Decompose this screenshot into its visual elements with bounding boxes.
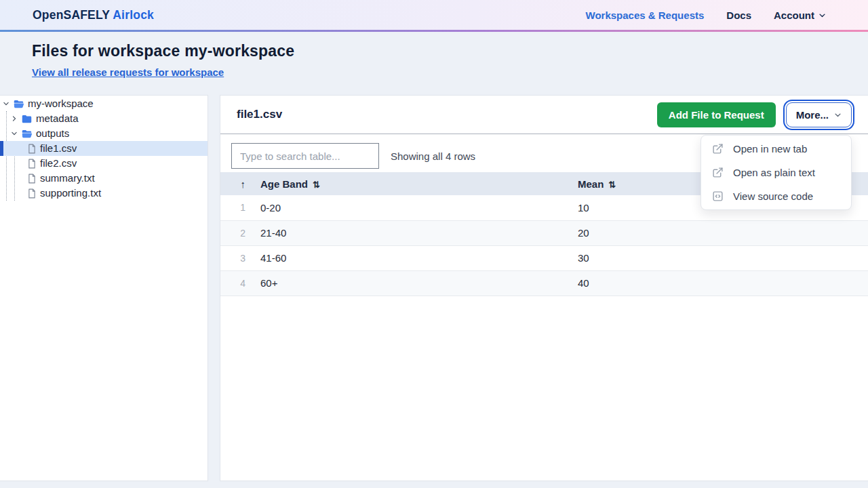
folder-open-icon (14, 100, 24, 108)
navbar: OpenSAFELY Airlock Workspaces & Requests… (0, 0, 868, 30)
tree-item-summary-txt[interactable]: summary.txt (0, 171, 208, 186)
column-label: Age Band (260, 178, 308, 190)
row-number-header[interactable]: ↑ (220, 172, 252, 195)
menu-item-label: Open as plain text (733, 167, 815, 178)
row-number: 3 (220, 245, 252, 270)
tree-item-label: metadata (36, 111, 79, 126)
table-row: 3 41-60 30 (220, 245, 868, 270)
airlock-app: OpenSAFELY Airlock Workspaces & Requests… (0, 0, 868, 488)
page-title: Files for workspace my-workspace (32, 42, 836, 60)
cell-mean: 20 (578, 220, 868, 245)
cell-age-band: 41-60 (252, 245, 578, 270)
menu-item-label: Open in new tab (733, 143, 807, 155)
cell-age-band: 21-40 (252, 220, 578, 245)
external-link-icon (712, 167, 724, 178)
column-label: Mean (578, 178, 604, 190)
tree-item-supporting-txt[interactable]: supporting.txt (0, 186, 208, 201)
chevron-down-icon (834, 111, 842, 119)
chevron-down-icon[interactable] (2, 100, 9, 108)
sort-toggle-icon: ⇅ (608, 180, 616, 190)
file-tree: my-workspace metadata outputs (0, 96, 208, 481)
folder-open-icon (22, 129, 32, 138)
tree-item-label: supporting.txt (40, 186, 101, 201)
table-row: 2 21-40 20 (220, 220, 868, 245)
cell-mean: 40 (578, 270, 868, 296)
cell-mean: 30 (578, 245, 868, 270)
more-button-label: More... (796, 109, 829, 121)
menu-item-view-source-code[interactable]: View source code (701, 184, 851, 208)
file-tree-sidebar: my-workspace metadata outputs (0, 95, 208, 481)
tree-item-file1-csv[interactable]: file1.csv (0, 141, 208, 156)
row-number: 2 (220, 220, 252, 245)
external-link-icon (712, 143, 724, 155)
chevron-down-icon[interactable] (10, 130, 18, 138)
menu-item-label: View source code (733, 190, 813, 202)
tree-item-label: file1.csv (40, 141, 77, 156)
file-icon (28, 174, 36, 184)
file-title: file1.csv (237, 108, 282, 121)
row-number: 1 (220, 195, 252, 220)
tree-item-outputs[interactable]: outputs (0, 126, 208, 141)
search-input[interactable] (231, 143, 379, 169)
chevron-right-icon[interactable] (10, 115, 18, 123)
chevron-down-icon (818, 12, 826, 19)
file-icon (28, 188, 36, 199)
cell-age-band: 60+ (252, 270, 578, 296)
tree-item-metadata[interactable]: metadata (0, 111, 208, 126)
page-header: Files for workspace my-workspace View al… (0, 32, 868, 90)
add-file-to-request-button[interactable]: Add File to Request (657, 102, 776, 127)
more-button[interactable]: More... (786, 102, 852, 127)
header-actions: Add File to Request More... (657, 102, 852, 127)
file-icon (28, 159, 36, 169)
brand-logo[interactable]: OpenSAFELY Airlock (33, 8, 154, 22)
file-icon (28, 144, 36, 154)
tree-item-label: outputs (36, 126, 69, 141)
tree-item-label: file2.csv (40, 156, 77, 171)
menu-item-open-in-new-tab[interactable]: Open in new tab (701, 137, 851, 161)
row-number: 4 (220, 270, 252, 296)
sort-toggle-icon: ⇅ (313, 180, 320, 190)
nav-link-workspaces[interactable]: Workspaces & Requests (586, 9, 705, 21)
column-header-age-band[interactable]: Age Band⇅ (252, 172, 578, 195)
folder-icon (22, 115, 32, 123)
tree-item-my-workspace[interactable]: my-workspace (0, 96, 208, 111)
rows-status: Showing all 4 rows (391, 150, 475, 162)
file-header: file1.csv Add File to Request More... (220, 96, 868, 134)
code-icon (712, 190, 724, 202)
tree-item-file2-csv[interactable]: file2.csv (0, 156, 208, 171)
selected-indicator-bar (0, 141, 3, 156)
more-dropdown-menu: Open in new tab Open as plain text View … (701, 135, 852, 210)
nav-link-docs[interactable]: Docs (726, 9, 751, 21)
tree-item-label: summary.txt (40, 171, 95, 186)
brand-primary: OpenSAFELY (33, 8, 110, 22)
cell-age-band: 0-20 (252, 195, 578, 220)
nav-link-account[interactable]: Account (774, 9, 826, 21)
brand-secondary: Airlock (113, 8, 154, 22)
account-label: Account (774, 9, 814, 21)
view-release-requests-link[interactable]: View all release requests for workspace (32, 66, 224, 78)
table-row: 4 60+ 40 (220, 270, 868, 296)
tree-item-label: my-workspace (28, 96, 94, 111)
menu-item-open-as-plain-text[interactable]: Open as plain text (701, 161, 851, 184)
sort-ascending-icon: ↑ (241, 178, 246, 190)
nav-links: Workspaces & Requests Docs Account (586, 9, 826, 21)
